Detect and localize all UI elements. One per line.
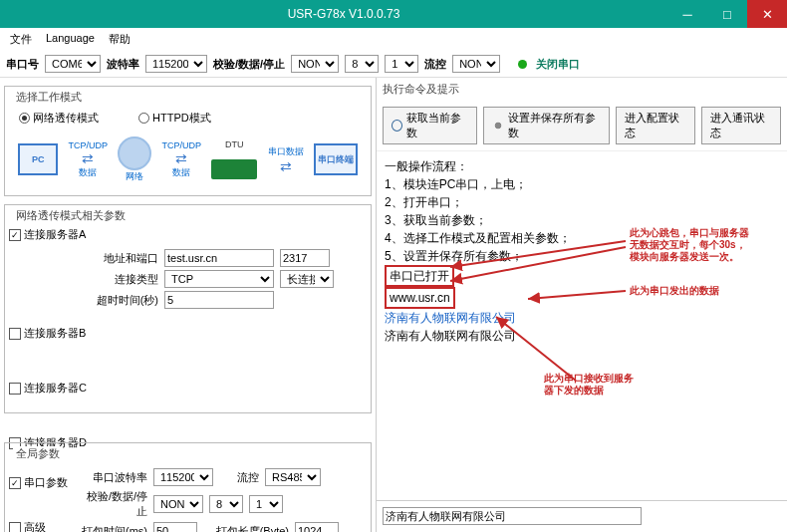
sent-data: 济南有人物联网有限公司 [385,309,779,327]
g-sb-select[interactable]: 1 [249,495,283,513]
parity-label: 校验/数据/停止 [213,57,285,72]
addr-input[interactable] [164,249,274,267]
send-input[interactable] [383,507,642,525]
baud-select[interactable]: 115200 [145,55,207,73]
menu-help[interactable]: 帮助 [105,30,134,49]
close-button[interactable]: ✕ [747,0,787,28]
g-parity-select[interactable]: NONE [153,495,203,513]
port-input[interactable] [280,249,330,267]
menu-file[interactable]: 文件 [6,30,36,49]
radio-httpd-mode[interactable]: HTTPD模式 [138,111,211,126]
timeout-input[interactable] [164,291,274,309]
terminal-icon: 串口终端 [314,143,358,175]
server-c-check[interactable]: 连接服务器C [9,381,367,396]
right-title: 执行命令及提示 [377,78,787,101]
parity-select[interactable]: NONE [291,55,339,73]
flow-select[interactable]: NONE [452,55,500,73]
server-a-check[interactable]: ✓连接服务器A [9,227,367,242]
port-label: 串口号 [6,57,39,72]
advanced-check[interactable]: 高级 [9,520,68,532]
flow-label: 流控 [424,57,446,72]
output-area: 一般操作流程： 1、模块连PC串口，上电； 2、打开串口； 3、获取当前参数； … [377,151,787,500]
get-params-button[interactable]: 获取当前参数 [383,107,477,144]
window-title: USR-G78x V1.0.0.73 [20,7,667,21]
annotation-2: 此为串口发出的数据 [630,285,719,297]
serial-open-box: 串口已打开 [385,265,454,287]
gear-icon [492,120,503,132]
port-select[interactable]: COM6 [45,55,101,73]
databits-select[interactable]: 8 [345,55,379,73]
conn-mode-select[interactable]: 长连接 [280,270,334,288]
maximize-button[interactable]: □ [707,0,747,28]
serial-params-check[interactable]: ✓串口参数 [9,475,68,490]
close-port-button[interactable]: 关闭串口 [536,57,580,72]
pc-icon: PC [18,143,58,175]
annotation-3: 此为串口接收到服务 器下发的数据 [544,373,634,397]
globe-icon [118,136,151,170]
dtu-icon [211,159,257,179]
global-group-title: 全局参数 [13,446,63,461]
menu-language[interactable]: Language [42,30,99,49]
search-icon [392,120,402,132]
minimize-button[interactable]: ─ [667,0,707,28]
mode-group-title: 选择工作模式 [13,90,85,105]
g-flow-select[interactable]: RS485 [265,468,321,486]
stopbits-select[interactable]: 1 [385,55,418,73]
baud-label: 波特率 [107,57,139,72]
g-db-select[interactable]: 8 [209,495,243,513]
radio-net-mode[interactable]: 网络透传模式 [19,111,99,126]
status-dot [518,60,527,69]
save-params-button[interactable]: 设置并保存所有参数 [483,107,609,144]
recv-data: 济南有人物联网有限公司 [385,327,779,345]
g-baud-select[interactable]: 115200 [153,468,213,486]
heartbeat-box: www.usr.cn [385,287,455,309]
config-mode-button[interactable]: 进入配置状态 [616,107,695,144]
annotation-1: 此为心跳包，串口与服务器 无数据交互时，每个30s， 模块向服务器发送一次。 [630,227,749,263]
comm-mode-button[interactable]: 进入通讯状态 [701,107,781,144]
pkt-time-input[interactable] [153,522,197,532]
pkt-len-input[interactable] [295,522,339,532]
params-group-title: 网络透传模式相关参数 [13,208,129,223]
conn-type-select[interactable]: TCP [164,270,274,288]
server-b-check[interactable]: 连接服务器B [9,326,367,341]
mode-diagram: PC TCP/UDP⇄数据 网络 TCP/UDP⇄数据 DTU 串口数据⇄ 串口… [9,128,367,191]
